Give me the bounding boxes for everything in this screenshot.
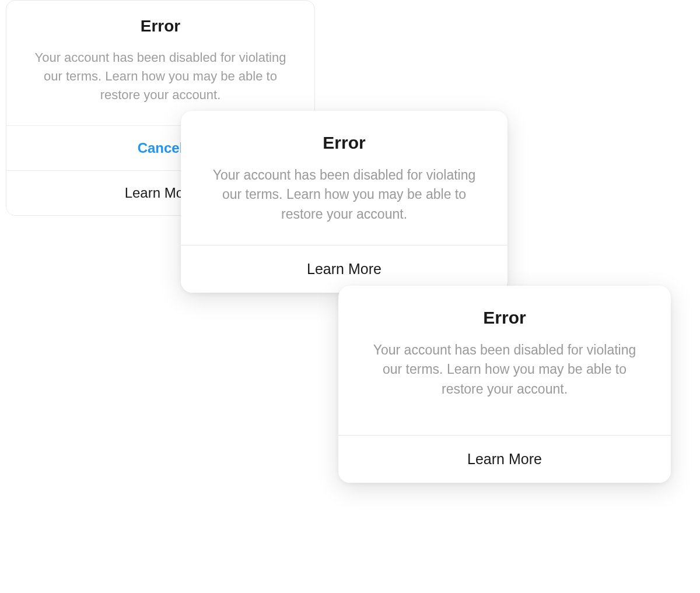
dialog-message: Your account has been disabled for viola… <box>362 341 648 413</box>
dialog-header: Error Your account has been disabled for… <box>181 111 508 245</box>
dialog-header: Error Your account has been disabled for… <box>338 286 671 435</box>
dialog-title: Error <box>204 133 484 153</box>
dialog-buttons: Learn More <box>338 435 671 483</box>
learn-more-button[interactable]: Learn More <box>338 435 671 483</box>
dialog-message: Your account has been disabled for viola… <box>204 166 484 238</box>
dialog-message: Your account has been disabled for viola… <box>30 48 291 118</box>
dialog-title: Error <box>30 17 291 36</box>
dialog-title: Error <box>362 308 648 328</box>
error-dialog: Error Your account has been disabled for… <box>338 286 671 483</box>
error-dialog: Error Your account has been disabled for… <box>181 111 508 293</box>
dialog-header: Error Your account has been disabled for… <box>6 1 314 125</box>
